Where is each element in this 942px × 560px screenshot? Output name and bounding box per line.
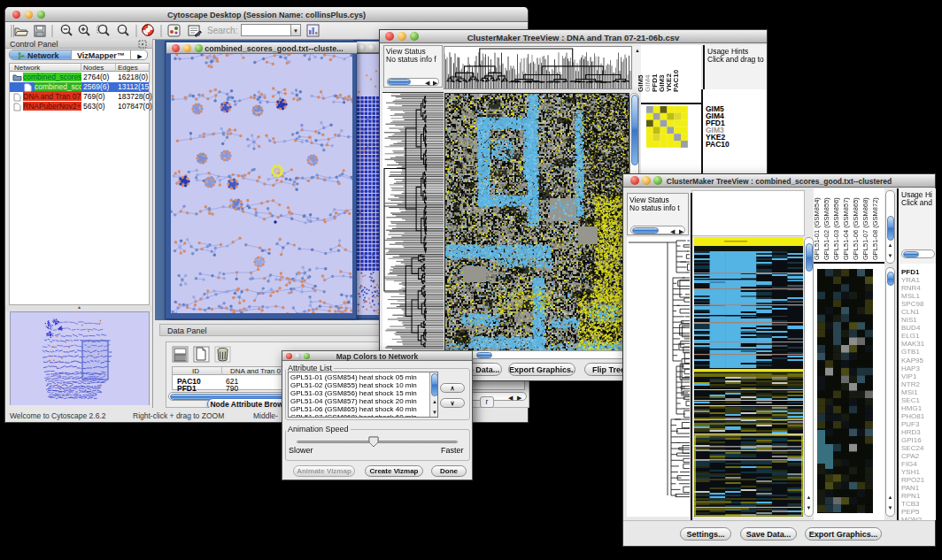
svg-text:⬚: ⬚ — [120, 27, 125, 33]
